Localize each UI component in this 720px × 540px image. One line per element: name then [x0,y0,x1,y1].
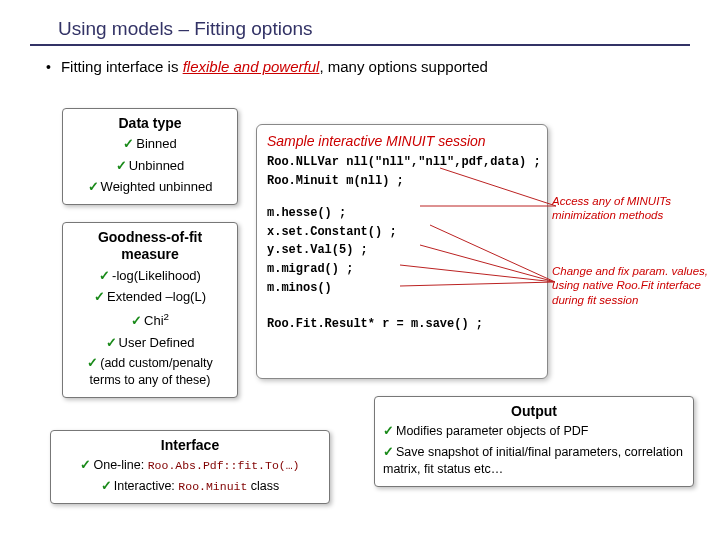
gof-item: Extended –log(L) [71,286,229,308]
slide: Using models – Fitting options • Fitting… [0,0,720,540]
session-code-line: m.migrad() ; [267,260,537,279]
session-code-line: Roo.NLLVar nll("nll","nll",pdf,data) ; [267,153,537,172]
gof-item: -log(Likelihood) [71,265,229,287]
data-type-item: Weighted unbinned [71,176,229,198]
session-box: Sample interactive MINUIT session Roo.NL… [256,124,548,379]
interface-line-interactive: Interactive: Roo.Minuit class [59,476,321,497]
iface-line2-pre: Interactive: [114,479,179,493]
chi-sup: 2 [164,311,169,322]
iface-line2-code: Roo.Minuit [178,480,247,493]
data-type-title: Data type [71,115,229,131]
session-code-line: Roo.Minuit m(nll) ; [267,172,537,191]
data-type-box: Data type Binned Unbinned Weighted unbin… [62,108,238,205]
interface-title: Interface [59,437,321,453]
slide-title: Using models – Fitting options [30,12,690,46]
interface-box: Interface One-line: Roo.Abs.Pdf::fit.To(… [50,430,330,504]
bullet-emph: flexible and powerful [183,58,320,75]
iface-line1-code: Roo.Abs.Pdf::fit.To(…) [148,459,300,472]
bullet-text: Fitting interface is flexible and powerf… [61,58,488,75]
chi-pre: Chi [144,313,164,328]
session-code-line: y.set.Val(5) ; [267,241,537,260]
session-title: Sample interactive MINUIT session [267,133,537,149]
bullet-dot-icon: • [46,59,51,75]
iface-line2-post: class [247,479,279,493]
main-bullet: • Fitting interface is flexible and powe… [30,58,690,75]
annotation-params: Change and fix param. values, using nati… [552,264,712,307]
gof-box: Goodness-of-fit measure -log(Likelihood)… [62,222,238,398]
gof-title: Goodness-of-fit measure [71,229,229,263]
gof-item: User Defined [71,332,229,354]
data-type-item: Unbinned [71,155,229,177]
annotation-minimization: Access any of MINUITs minimization metho… [552,194,702,223]
output-item: Save snapshot of initial/final parameter… [383,442,685,480]
output-item: Modifies parameter objects of PDF [383,421,685,442]
data-type-item: Binned [71,133,229,155]
bullet-post: , many options supported [319,58,487,75]
session-code-line: Roo.Fit.Result* r = m.save() ; [267,315,537,334]
iface-line1-pre: One-line: [93,458,147,472]
gof-item-chi: Chi2 [71,308,229,332]
output-box: Output Modifies parameter objects of PDF… [374,396,694,487]
gof-item-custom: (add custom/penalty terms to any of thes… [71,353,229,391]
bullet-pre: Fitting interface is [61,58,183,75]
interface-line-oneline: One-line: Roo.Abs.Pdf::fit.To(…) [59,455,321,476]
session-code-line: x.set.Constant() ; [267,223,537,242]
session-code-line: m.minos() [267,279,537,298]
output-title: Output [383,403,685,419]
session-code-line: m.hesse() ; [267,204,537,223]
